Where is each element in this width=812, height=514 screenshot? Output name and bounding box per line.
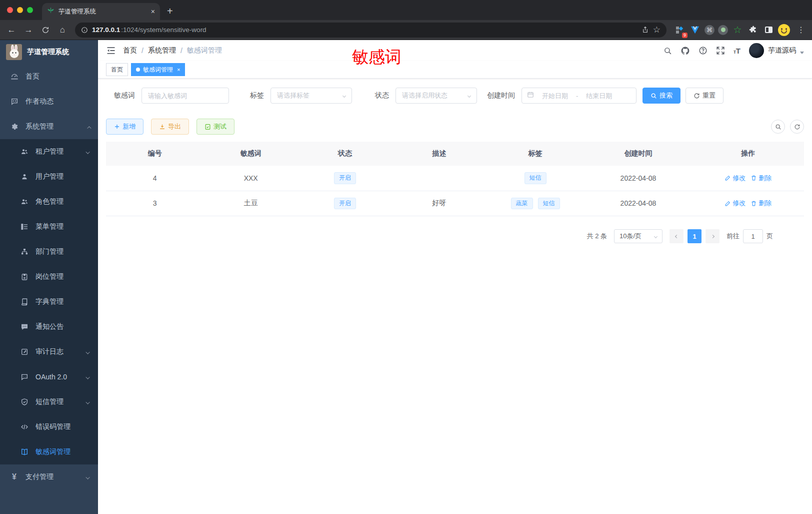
share-icon[interactable]	[642, 26, 649, 34]
edit-link[interactable]: 修改	[724, 199, 746, 208]
table-toolbar: 新增 导出 测试	[106, 119, 804, 135]
sidebar-item-label: 菜单管理	[36, 222, 64, 231]
sidebar-item-author-news[interactable]: 作者动态	[0, 89, 98, 114]
sidebar-item-dept[interactable]: 部门管理	[0, 239, 98, 264]
browser-menu-icon[interactable]: ⋮	[794, 25, 808, 35]
word-filter-input[interactable]	[148, 92, 222, 100]
chevron-down-icon	[87, 373, 90, 381]
recorder-extension-icon[interactable]	[718, 25, 728, 35]
add-button[interactable]: 新增	[106, 119, 144, 135]
sidebar-item-system[interactable]: 系统管理	[0, 114, 98, 139]
time-filter-label: 创建时间	[487, 91, 515, 100]
page-size-select[interactable]: 10条/页	[614, 229, 662, 243]
sidebar-item-home[interactable]: 首页	[0, 64, 98, 89]
caret-down-icon	[800, 52, 804, 54]
search-button[interactable]: 搜索	[642, 88, 680, 104]
command-extension-icon[interactable]: ⌘	[704, 25, 714, 35]
reset-button[interactable]: 重置	[686, 88, 724, 104]
fullscreen-icon[interactable]	[716, 46, 725, 55]
status-filter-select[interactable]: 请选择启用状态	[396, 88, 477, 104]
edit-link[interactable]: 修改	[724, 174, 746, 183]
info-icon[interactable]	[81, 27, 88, 34]
goto-unit-label: 页	[766, 232, 773, 241]
breadcrumb-system[interactable]: 系统管理	[148, 46, 176, 55]
sidebar-collapse-icon[interactable]	[106, 46, 116, 56]
sidebar-item-label: 系统管理	[26, 122, 54, 131]
users-icon	[20, 198, 28, 206]
sidebar-item-label: 角色管理	[36, 197, 64, 206]
search-icon[interactable]	[664, 47, 672, 55]
back-button[interactable]: ←	[4, 23, 19, 38]
address-bar[interactable]: 127.0.0.1:1024/system/sensitive-word ☆	[75, 23, 666, 38]
sidebar-item-sensitive-word[interactable]: 敏感词管理	[0, 439, 98, 464]
sidebar-item-dict[interactable]: 字典管理	[0, 289, 98, 314]
shield-icon	[20, 398, 28, 406]
cell-create-time: 2022-04-08	[584, 191, 692, 215]
next-page-button[interactable]	[706, 229, 720, 243]
sidebar-item-menu[interactable]: 菜单管理	[0, 214, 98, 239]
goto-page-input[interactable]	[743, 229, 763, 243]
sidebar-item-user[interactable]: 用户管理	[0, 164, 98, 189]
page-tab-home[interactable]: 首页	[106, 63, 128, 76]
user-menu[interactable]: 芋道源码	[749, 43, 804, 58]
tag-filter-select[interactable]: 请选择标签	[270, 88, 352, 104]
delete-link[interactable]: 删除	[750, 174, 772, 183]
start-date-input[interactable]	[537, 92, 573, 100]
app-logo-row[interactable]: 芋道管理系统	[0, 40, 98, 64]
sidebar-item-notice[interactable]: 通知公告	[0, 314, 98, 339]
org-chart-icon	[20, 248, 28, 256]
sidebar-item-audit-log[interactable]: 审计日志	[0, 339, 98, 364]
sidebar-item-tenant[interactable]: 租户管理	[0, 139, 98, 164]
chevron-up-icon	[87, 123, 90, 131]
sidebar: 芋道管理系统 首页 作者动态 系统管理	[0, 40, 98, 514]
sidebar-item-error-code[interactable]: 错误码管理	[0, 414, 98, 439]
cell-word: XXX	[204, 166, 298, 190]
col-create-time: 创建时间	[584, 142, 692, 166]
close-tab-icon[interactable]: ×	[151, 8, 155, 16]
forward-button[interactable]: →	[21, 23, 36, 38]
delete-link[interactable]: 删除	[750, 199, 772, 208]
sidebar-item-sms[interactable]: 短信管理	[0, 389, 98, 414]
tag-badge: 短信	[524, 172, 546, 184]
cell-word: 土豆	[204, 191, 298, 215]
col-actions: 操作	[692, 142, 804, 166]
green-star-extension-icon[interactable]: ☆	[732, 24, 744, 36]
page-number-1[interactable]: 1	[688, 229, 702, 243]
user-name: 芋道源码	[768, 46, 796, 55]
font-size-icon[interactable]: тT	[734, 47, 740, 55]
help-icon[interactable]	[698, 46, 708, 55]
github-icon[interactable]	[680, 46, 690, 56]
new-tab-button[interactable]: +	[167, 6, 173, 17]
browser-profile-avatar[interactable]	[778, 24, 790, 36]
vue-devtools-icon[interactable]	[689, 24, 701, 36]
close-window-button[interactable]	[7, 7, 13, 13]
page-tab-sensitive-word[interactable]: 敏感词管理 ×	[131, 63, 185, 76]
export-button[interactable]: 导出	[151, 119, 189, 135]
sidebar-item-payment[interactable]: ¥ 支付管理	[0, 464, 98, 489]
puzzle-extensions-icon[interactable]	[747, 24, 759, 36]
sidebar-item-oauth[interactable]: OAuth 2.0	[0, 364, 98, 389]
prev-page-button[interactable]	[670, 229, 684, 243]
logo-image	[6, 44, 22, 60]
home-button[interactable]: ⌂	[55, 23, 70, 38]
reload-button[interactable]	[38, 23, 53, 38]
date-range-picker[interactable]: -	[522, 88, 636, 104]
window-controls[interactable]	[7, 7, 33, 13]
sidebar-item-post[interactable]: 岗位管理	[0, 264, 98, 289]
close-page-tab-icon[interactable]: ×	[177, 67, 180, 73]
browser-toolbar: ← → ⌂ 127.0.0.1:1024/system/sensitive-wo…	[0, 20, 812, 40]
bookmark-star-icon[interactable]: ☆	[653, 25, 660, 35]
pinned-extension-grid-icon[interactable]: 9	[674, 24, 686, 36]
sidebar-item-label: 租户管理	[36, 147, 64, 156]
maximize-window-button[interactable]	[27, 7, 33, 13]
test-button[interactable]: 测试	[196, 119, 234, 135]
sidebar-item-label: 通知公告	[36, 322, 64, 331]
show-search-button[interactable]	[771, 120, 785, 134]
minimize-window-button[interactable]	[17, 7, 23, 13]
browser-tab[interactable]: 芋道管理系统 ×	[42, 3, 160, 20]
sidebar-item-role[interactable]: 角色管理	[0, 189, 98, 214]
breadcrumb-home[interactable]: 首页	[123, 46, 137, 55]
split-view-icon[interactable]	[762, 24, 774, 36]
refresh-table-button[interactable]	[790, 120, 804, 134]
end-date-input[interactable]	[581, 92, 617, 100]
